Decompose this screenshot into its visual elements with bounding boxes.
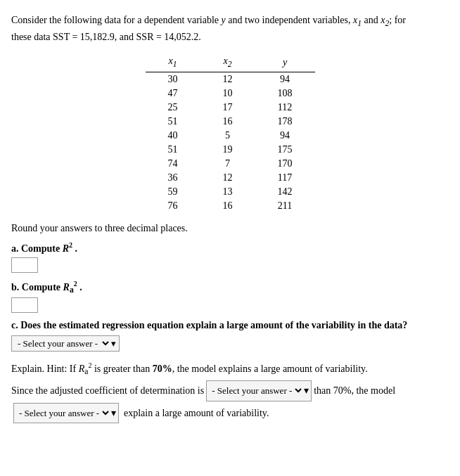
since-text3: explain a large amount of variability. [124, 404, 269, 422]
question-c-block: c. Does the estimated regression equatio… [11, 320, 449, 353]
y-var: y [222, 15, 226, 25]
table-row: 2517112 [146, 101, 315, 115]
table-row: 4710108 [146, 86, 315, 101]
x1-var: x1 [353, 15, 362, 25]
col-y: y [255, 54, 315, 72]
table-row: 7616211 [146, 199, 315, 213]
explain-block: Explain. Hint: If Ra2 is greater than 70… [11, 360, 449, 379]
since-line-2: - Select your answer - does does not ▾ e… [11, 403, 449, 423]
select-c-dropdown[interactable]: - Select your answer - Yes No [15, 337, 111, 349]
since-text1: Since the adjusted coefficient of determ… [11, 382, 204, 399]
data-table: x1 x2 y 30129447101082517112511617840594… [146, 54, 315, 213]
round-note: Round your answers to three decimal plac… [11, 223, 449, 234]
question-b-block: b. Compute Ra2 . [11, 280, 449, 313]
table-row: 5913142 [146, 185, 315, 199]
chevron-down-icon-3: ▾ [111, 404, 116, 422]
col-x2: x2 [200, 54, 255, 72]
x2-var: x2 [381, 15, 389, 25]
col-x1: x1 [146, 54, 200, 72]
table-row: 301294 [146, 72, 315, 87]
intro-paragraph: Consider the following data for a depend… [11, 13, 449, 44]
chevron-down-icon-2: ▾ [304, 382, 309, 399]
answer-a-input[interactable] [11, 257, 38, 273]
question-a-block: a. Compute R2 . [11, 241, 449, 273]
question-b-label: b. Compute Ra2 . [11, 280, 449, 295]
table-row: 5116178 [146, 115, 315, 129]
table-row: 3612117 [146, 171, 315, 185]
select-does-dropdown[interactable]: - Select your answer - does does not [16, 407, 111, 419]
since-text2: than 70%, the model [314, 382, 395, 399]
table-row: 40594 [146, 129, 315, 143]
select-does-wrapper[interactable]: - Select your answer - does does not ▾ [13, 403, 119, 423]
question-c-label: c. Does the estimated regression equatio… [11, 320, 449, 331]
table-row: 5119175 [146, 143, 315, 157]
chevron-down-icon: ▾ [111, 338, 116, 349]
select-c-wrapper[interactable]: - Select your answer - Yes No ▾ [11, 335, 120, 352]
select-since-dropdown[interactable]: - Select your answer - greater less [209, 385, 304, 397]
question-a-label: a. Compute R2 . [11, 241, 449, 255]
answer-b-input[interactable] [11, 297, 38, 313]
since-line: Since the adjusted coefficient of determ… [11, 380, 449, 401]
select-since-wrapper[interactable]: - Select your answer - greater less ▾ [206, 380, 312, 401]
table-row: 747170 [146, 157, 315, 171]
